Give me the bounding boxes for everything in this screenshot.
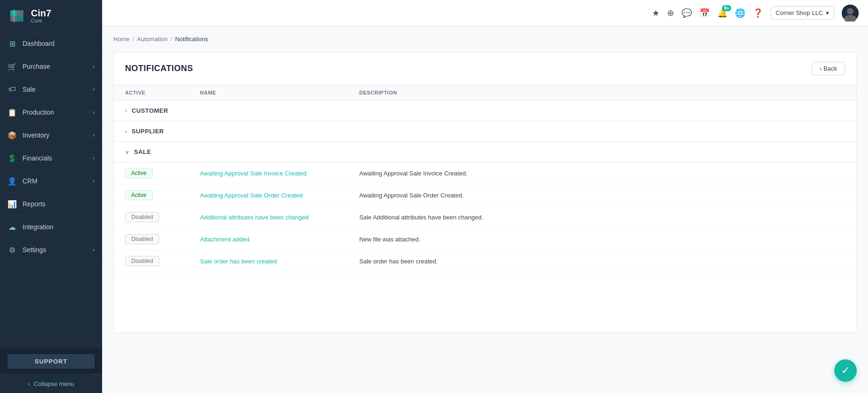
settings-chevron-icon: ›: [93, 247, 95, 253]
col-active: ACTIVE: [125, 90, 200, 95]
chat-icon[interactable]: 💬: [682, 8, 692, 18]
notification-bell[interactable]: 🔔 9+: [717, 8, 727, 18]
sidebar-item-settings[interactable]: ⚙ Settings ›: [0, 239, 102, 262]
sidebar-item-label: Integration: [22, 223, 53, 231]
sidebar-item-label: Financials: [22, 154, 52, 162]
status-badge: Active: [125, 168, 153, 178]
collapse-label: Collapse menu: [34, 380, 74, 387]
breadcrumb: Home / Automation / Notifications: [113, 36, 857, 43]
crm-icon: 👤: [7, 176, 17, 186]
notification-link[interactable]: Awaiting Approval Sale Invoice Created: [200, 170, 306, 177]
svg-point-7: [847, 8, 853, 15]
header: ★ ⊕ 💬 📅 🔔 9+ 🌐 ❓ Corner Shop LLC ▾: [102, 0, 868, 26]
sale-expand-icon: ∨: [125, 149, 129, 155]
back-chevron-icon: ‹: [820, 65, 822, 72]
breadcrumb-sep-2: /: [171, 36, 172, 43]
sidebar-item-inventory[interactable]: 📦 Inventory ›: [0, 124, 102, 147]
production-chevron-icon: ›: [93, 109, 95, 116]
table-row: Disabled Sale order has been created Sal…: [114, 250, 856, 272]
sidebar-item-label: Dashboard: [22, 40, 55, 47]
breadcrumb-automation[interactable]: Automation: [137, 36, 168, 43]
sidebar-item-purchase[interactable]: 🛒 Purchase ›: [0, 55, 102, 78]
section-supplier-label: SUPPLIER: [132, 128, 164, 135]
settings-icon: ⚙: [7, 245, 17, 255]
status-badge: Active: [125, 190, 153, 200]
panel-header: NOTIFICATIONS ‹ Back: [114, 52, 856, 85]
breadcrumb-home[interactable]: Home: [113, 36, 130, 43]
notification-link[interactable]: Sale order has been created: [200, 258, 277, 265]
table-row: Disabled Attachment added New file was a…: [114, 228, 856, 250]
sidebar-item-dashboard[interactable]: ⊞ Dashboard: [0, 32, 102, 55]
svg-marker-2: [17, 10, 23, 16]
section-customer[interactable]: › CUSTOMER: [114, 101, 856, 121]
sidebar-item-crm[interactable]: 👤 CRM ›: [0, 170, 102, 193]
customer-expand-icon: ›: [125, 108, 127, 114]
notification-link[interactable]: Awaiting Approval Sale Order Created: [200, 192, 303, 199]
fab-check-icon: ✓: [841, 364, 850, 377]
collapse-menu-button[interactable]: ‹ Collapse menu: [0, 374, 102, 393]
notification-description: Sale Additional attributes have been cha…: [359, 214, 845, 221]
company-name: Corner Shop LLC: [776, 9, 823, 16]
collapse-chevron-icon: ‹: [28, 380, 30, 387]
user-avatar[interactable]: [842, 5, 859, 22]
sidebar-item-financials[interactable]: 💲 Financials ›: [0, 147, 102, 170]
logo-product: Core: [31, 18, 51, 23]
sidebar-item-label: Production: [22, 109, 54, 116]
plus-icon[interactable]: ⊕: [667, 8, 674, 18]
financials-chevron-icon: ›: [93, 155, 95, 161]
sidebar-item-integration[interactable]: ☁ Integration: [0, 216, 102, 239]
financials-icon: 💲: [7, 153, 17, 163]
sidebar-item-sale[interactable]: 🏷 Sale ›: [0, 78, 102, 101]
breadcrumb-sep-1: /: [133, 36, 134, 43]
purchase-icon: 🛒: [7, 62, 17, 71]
section-supplier[interactable]: › SUPPLIER: [114, 121, 856, 142]
notification-link[interactable]: Additional attributes have been changed: [200, 214, 309, 221]
sidebar-item-label: CRM: [22, 177, 37, 185]
help-icon[interactable]: ❓: [753, 8, 763, 18]
sale-icon: 🏷: [7, 85, 17, 94]
supplier-expand-icon: ›: [125, 128, 127, 135]
integration-icon: ☁: [7, 222, 17, 232]
table-row: Active Awaiting Approval Sale Invoice Cr…: [114, 162, 856, 184]
dashboard-icon: ⊞: [7, 39, 17, 48]
back-button[interactable]: ‹ Back: [812, 62, 845, 75]
cin7-logo-icon: [7, 7, 26, 25]
notification-description: Awaiting Approval Sale Order Created.: [359, 192, 845, 199]
reports-icon: 📊: [7, 199, 17, 209]
sidebar-logo: Cin7 Core: [0, 0, 102, 32]
sidebar: Cin7 Core ⊞ Dashboard 🛒 Purchase › 🏷 Sal…: [0, 0, 102, 393]
sidebar-item-reports[interactable]: 📊 Reports: [0, 193, 102, 216]
notifications-panel: NOTIFICATIONS ‹ Back ACTIVE NAME DESCRIP…: [113, 52, 857, 333]
content-area: Home / Automation / Notifications NOTIFI…: [102, 26, 868, 393]
section-sale[interactable]: ∨ SALE: [114, 142, 856, 162]
sidebar-item-label: Purchase: [22, 63, 50, 70]
support-section: SUPPORT: [0, 349, 102, 374]
status-badge: Disabled: [125, 212, 159, 222]
fab-check-button[interactable]: ✓: [834, 359, 857, 382]
svg-marker-3: [10, 16, 17, 22]
status-badge: Disabled: [125, 256, 159, 266]
sale-chevron-icon: ›: [93, 86, 95, 93]
breadcrumb-current: Notifications: [175, 36, 208, 43]
production-icon: 📋: [7, 108, 17, 117]
sidebar-item-production[interactable]: 📋 Production ›: [0, 101, 102, 124]
calendar-icon[interactable]: 📅: [699, 8, 710, 18]
sidebar-item-label: Settings: [22, 246, 46, 254]
star-icon[interactable]: ★: [652, 8, 660, 18]
company-selector[interactable]: Corner Shop LLC ▾: [771, 6, 834, 20]
sidebar-item-label: Sale: [22, 86, 36, 93]
company-chevron-icon: ▾: [826, 9, 829, 16]
sidebar-item-label: Inventory: [22, 131, 50, 139]
notification-description: Sale order has been created.: [359, 258, 845, 265]
table-row: Active Awaiting Approval Sale Order Crea…: [114, 184, 856, 206]
notification-link[interactable]: Attachment added: [200, 236, 250, 243]
notification-description: Awaiting Approval Sale Invoice Created.: [359, 170, 845, 177]
section-customer-label: CUSTOMER: [132, 107, 168, 114]
svg-marker-1: [10, 10, 17, 16]
table-header: ACTIVE NAME DESCRIPTION: [114, 85, 856, 101]
globe-icon[interactable]: 🌐: [735, 8, 745, 18]
header-icons: ★ ⊕ 💬 📅 🔔 9+ 🌐 ❓: [652, 8, 763, 18]
inventory-chevron-icon: ›: [93, 132, 95, 138]
support-button[interactable]: SUPPORT: [7, 354, 95, 369]
svg-marker-4: [17, 16, 23, 22]
